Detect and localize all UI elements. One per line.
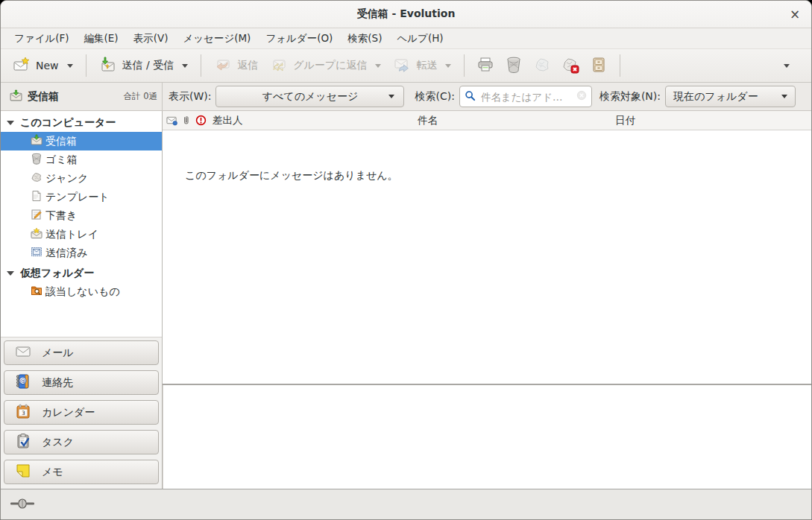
new-button-label: New bbox=[36, 60, 59, 72]
search-input[interactable] bbox=[479, 90, 576, 104]
forward-button[interactable]: 転送 bbox=[387, 51, 457, 80]
reply-label: 返信 bbox=[237, 59, 258, 72]
switcher-memos-button[interactable]: メモ bbox=[4, 460, 159, 484]
menu-message[interactable]: メッセージ(M) bbox=[175, 30, 258, 48]
menu-search[interactable]: 検索(S) bbox=[340, 30, 389, 48]
memos-icon bbox=[15, 463, 31, 481]
toolbar-separator bbox=[201, 54, 201, 77]
not-junk-icon bbox=[561, 56, 579, 76]
switcher-contacts-button[interactable]: @ 連絡先 bbox=[4, 370, 159, 395]
chevron-down-icon[interactable] bbox=[67, 64, 73, 68]
column-header-date[interactable]: 日付 bbox=[615, 114, 635, 127]
chevron-down-icon[interactable] bbox=[445, 64, 451, 68]
sidebar-item-label: 下書き bbox=[45, 209, 77, 223]
chevron-down-icon[interactable] bbox=[375, 64, 381, 68]
search-entry[interactable] bbox=[459, 86, 592, 107]
print-button[interactable] bbox=[471, 51, 500, 80]
show-filter-dropdown[interactable]: すべてのメッセージ bbox=[215, 86, 404, 107]
chevron-down-icon bbox=[784, 64, 790, 68]
message-pane: 差出人 件名 日付 このフォルダーにメッセージはありません。 bbox=[163, 111, 811, 489]
clear-search-icon[interactable] bbox=[576, 90, 587, 103]
filter-bar: 受信箱 合計 0通 表示(W): すべてのメッセージ 検索(C): 検索対象(N… bbox=[1, 83, 811, 111]
online-status-icon[interactable] bbox=[10, 498, 35, 512]
new-message-button[interactable]: New bbox=[7, 51, 79, 80]
menu-help[interactable]: ヘルプ(H) bbox=[389, 30, 450, 48]
reply-button[interactable]: 返信 bbox=[208, 51, 264, 80]
tree-group-search-folders[interactable]: 仮想フォルダー bbox=[1, 264, 162, 282]
outbox-icon bbox=[31, 227, 43, 241]
delete-button[interactable] bbox=[500, 51, 528, 80]
sidebar-item-inbox[interactable]: 受信箱 bbox=[1, 132, 162, 150]
toolbar-separator bbox=[464, 54, 465, 77]
group-reply-button[interactable]: グループに返信 bbox=[264, 51, 387, 80]
sidebar-item-unmatched[interactable]: 該当しないもの bbox=[1, 282, 162, 301]
message-list[interactable]: このフォルダーにメッセージはありません。 bbox=[163, 130, 811, 384]
sidebar-item-sent[interactable]: 送信済み bbox=[1, 244, 162, 262]
group-reply-label: グループに返信 bbox=[293, 59, 367, 72]
forward-icon bbox=[393, 56, 411, 76]
new-mail-icon bbox=[13, 56, 31, 76]
contacts-icon: @ bbox=[15, 373, 31, 392]
menu-edit[interactable]: 編集(E) bbox=[77, 30, 126, 48]
chevron-down-icon bbox=[388, 95, 394, 98]
tree-group-this-computer[interactable]: このコンピューター bbox=[1, 113, 162, 132]
expander-triangle-icon[interactable] bbox=[7, 121, 14, 125]
menu-folder[interactable]: フォルダー(O) bbox=[258, 30, 340, 48]
switcher-mail-button[interactable]: メール bbox=[4, 340, 159, 365]
window-title: 受信箱 - Evolution bbox=[357, 7, 456, 21]
column-header-from[interactable]: 差出人 bbox=[213, 114, 243, 127]
chevron-down-icon[interactable] bbox=[182, 64, 188, 68]
switcher-label: メモ bbox=[42, 466, 63, 479]
tree-group-label: このコンピューター bbox=[20, 116, 116, 130]
reply-icon bbox=[214, 56, 232, 76]
svg-text:3: 3 bbox=[22, 410, 25, 416]
send-receive-button[interactable]: 送信 / 受信 bbox=[93, 51, 195, 80]
close-button[interactable]: × bbox=[786, 5, 804, 23]
menu-view[interactable]: 表示(V) bbox=[126, 30, 176, 48]
sidebar-item-outbox[interactable]: 送信トレイ bbox=[1, 225, 162, 244]
attachment-column-icon[interactable] bbox=[181, 115, 192, 126]
sidebar-item-trash[interactable]: ゴミ箱 bbox=[1, 150, 162, 169]
switcher-tasks-button[interactable]: タスク bbox=[4, 430, 159, 454]
toolbar-overflow-button[interactable] bbox=[778, 60, 795, 72]
switcher-label: 連絡先 bbox=[42, 376, 73, 390]
expander-triangle-icon[interactable] bbox=[7, 271, 14, 276]
archive-icon bbox=[590, 56, 608, 76]
printer-icon bbox=[476, 56, 494, 76]
sent-icon bbox=[31, 246, 43, 260]
trash-icon bbox=[505, 56, 523, 76]
search-label: 検索(C): bbox=[415, 90, 454, 104]
folder-sidebar: このコンピューター 受信箱 ゴミ箱 ジャンク テンプレート bbox=[1, 111, 163, 489]
switcher-label: カレンダー bbox=[42, 406, 95, 419]
junk-button[interactable] bbox=[528, 51, 556, 80]
archive-button[interactable] bbox=[585, 51, 613, 80]
empty-folder-message: このフォルダーにメッセージはありません。 bbox=[185, 169, 398, 183]
search-icon bbox=[465, 90, 476, 104]
sidebar-item-templates[interactable]: テンプレート bbox=[1, 188, 162, 206]
current-folder-header: 受信箱 合計 0通 bbox=[1, 83, 163, 110]
trash-icon bbox=[31, 153, 43, 167]
not-junk-button[interactable] bbox=[556, 51, 585, 80]
component-switcher: メール @ 連絡先 3 カレンダー タスク メモ bbox=[1, 337, 162, 489]
menubar: ファイル(F) 編集(E) 表示(V) メッセージ(M) フォルダー(O) 検索… bbox=[1, 28, 811, 49]
junk-icon bbox=[31, 171, 43, 186]
search-scope-dropdown[interactable]: 現在のフォルダー bbox=[665, 86, 796, 107]
message-list-header: 差出人 件名 日付 bbox=[163, 111, 811, 130]
sidebar-item-label: ジャンク bbox=[45, 172, 88, 186]
junk-icon bbox=[533, 56, 551, 76]
menu-file[interactable]: ファイル(F) bbox=[7, 30, 77, 48]
switcher-label: メール bbox=[42, 346, 74, 360]
svg-text:@: @ bbox=[20, 378, 26, 384]
sidebar-item-junk[interactable]: ジャンク bbox=[1, 169, 162, 188]
main-area: このコンピューター 受信箱 ゴミ箱 ジャンク テンプレート bbox=[1, 111, 811, 489]
tree-group-label: 仮想フォルダー bbox=[20, 267, 94, 280]
toolbar-separator bbox=[620, 54, 620, 77]
search-scope-label: 検索対象(N): bbox=[599, 90, 661, 104]
forward-label: 転送 bbox=[416, 59, 437, 72]
priority-column-icon[interactable] bbox=[195, 115, 207, 126]
message-status-column-icon[interactable] bbox=[166, 115, 177, 126]
switcher-calendar-button[interactable]: 3 カレンダー bbox=[4, 400, 159, 425]
sidebar-item-drafts[interactable]: 下書き bbox=[1, 206, 162, 225]
sidebar-item-label: テンプレート bbox=[45, 191, 110, 204]
column-header-subject[interactable]: 件名 bbox=[418, 114, 438, 127]
